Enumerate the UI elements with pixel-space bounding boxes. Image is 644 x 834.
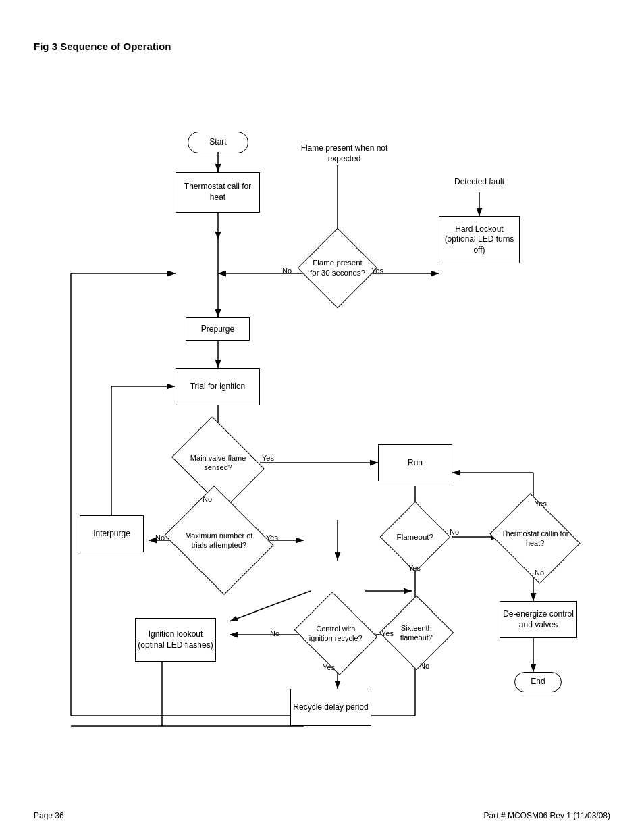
- thermostat-node: Thermostat call for heat: [176, 172, 260, 213]
- end-node: End: [514, 672, 562, 692]
- no-label-control-recycle: No: [270, 629, 279, 637]
- hard-lockout-node: Hard Lockout (optional LED turns off): [439, 216, 520, 263]
- no-label-max-trials: No: [155, 533, 165, 542]
- footer-right: Part # MCOSM06 Rev 1 (11/03/08): [484, 811, 610, 820]
- yes-label-flame: Yes: [371, 267, 383, 275]
- trial-ignition-node: Trial for ignition: [176, 368, 260, 405]
- no-label-flame: No: [282, 267, 292, 275]
- no-label-main-valve: No: [203, 495, 212, 503]
- yes-label-callin: Yes: [535, 500, 547, 508]
- flowchart: Start Thermostat call for heat Flame pre…: [20, 68, 621, 810]
- yes-label-main-valve: Yes: [262, 454, 274, 462]
- yes-label-flameout: Yes: [408, 564, 421, 572]
- max-trials-diamond: Maximum number of trials attempted?: [165, 486, 274, 595]
- prepurge-node: Prepurge: [186, 317, 250, 341]
- detected-fault-label: Detected fault: [442, 172, 516, 192]
- no-label-sixteenth: No: [420, 662, 429, 670]
- de-energize-node: De-energize control and valves: [500, 601, 577, 638]
- page-title: Fig 3 Sequence of Operation: [34, 41, 171, 52]
- svg-line-17: [230, 591, 311, 621]
- flame-present-when-label: Flame present when not expected: [290, 138, 398, 169]
- recycle-delay-node: Recycle delay period: [290, 689, 371, 726]
- yes-label-max-trials: Yes: [266, 533, 278, 542]
- yes-label-sixteenth: Yes: [381, 629, 394, 637]
- ignition-lookout-node: Ignition lookout (optinal LED flashes): [135, 618, 216, 662]
- flameout-diamond: Flameout?: [380, 502, 451, 573]
- run-node: Run: [378, 444, 452, 481]
- yes-label-control-recycle: Yes: [323, 663, 335, 671]
- start-node: Start: [188, 132, 248, 153]
- no-label-callin: No: [535, 569, 544, 577]
- flame-present-diamond: Flame present for 30 seconds?: [298, 228, 378, 309]
- control-recycle-diamond: Control with ignition recycle?: [294, 592, 378, 675]
- no-label-flameout: No: [450, 528, 459, 536]
- interpurge-node: Interpurge: [80, 515, 144, 552]
- footer-left: Page 36: [34, 811, 64, 820]
